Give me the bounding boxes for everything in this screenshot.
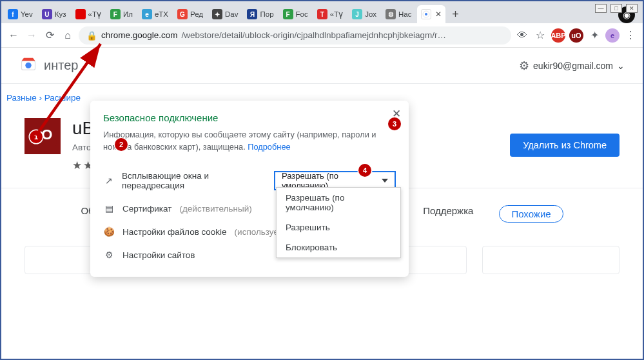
tab[interactable]: ✦Dav [208,5,242,23]
tab[interactable]: ЯПор [243,5,277,23]
extension-ublock-icon[interactable]: uO [569,28,583,43]
window-controls: — □ ✕ [595,4,638,13]
svg-point-1 [425,13,427,15]
favicon-icon: ✦ [212,9,222,19]
new-tab-button[interactable]: + [447,5,465,23]
favicon-icon: f [8,9,18,19]
tab-strip: fYev UКуз «Тү FИл еeTX GРед ✦Dav ЯПор FF… [1,1,643,23]
tab[interactable]: UКуз [38,5,70,23]
row-cert-label: Сертификат [122,204,171,214]
minimize-button[interactable]: — [595,4,607,13]
extensions-puzzle-icon[interactable]: ✦ [587,28,601,43]
tab-label: «Тү [88,10,101,19]
tab-label: eTX [155,10,168,18]
gear-icon: ⚙ [103,250,115,260]
tab-label: Нас [398,10,411,18]
row-popups-label: Всплывающие окна и переадресация [122,171,266,190]
tab[interactable]: ⚙Нас [382,5,415,23]
back-button[interactable]: ← [6,28,21,43]
tab-label: Foc [296,10,308,18]
extension-abp-icon[interactable]: ABP [551,28,565,43]
favicon-icon: J [352,9,362,19]
tab-label: Dav [225,10,238,18]
tab-label: Jox [365,10,376,18]
user-email[interactable]: eukir90@gmail.com [533,61,613,71]
chevron-down-icon[interactable]: ⌄ [617,61,625,71]
row-cookie-label: Настройки файлов cookie [122,227,227,237]
tab[interactable]: еeTX [138,5,172,23]
favicon-icon: F [110,9,121,19]
close-window-button[interactable]: ✕ [626,4,638,13]
url-path: /webstore/detail/ublock-origin/cjpalhdln… [182,30,446,40]
remove-from-chrome-button[interactable]: Удалить из Chrome [510,134,620,157]
tab[interactable]: FИл [106,5,137,23]
favicon-icon: е [142,9,152,19]
tab-label: Yev [21,10,33,18]
dropdown-option[interactable]: Блокировать [277,237,400,257]
gear-icon[interactable]: ⚙ [519,59,529,73]
favicon-icon: F [283,9,293,19]
popup-title: Безопасное подключение [103,112,396,123]
bookmark-star-icon[interactable]: ☆ [533,28,547,43]
popup-description: Информация, которую вы сообщаете этому с… [103,128,396,153]
chrome-icon [421,9,431,19]
tab[interactable]: fYev [4,5,37,23]
chevron-down-icon [382,179,388,183]
tab[interactable]: GРед [173,5,207,23]
incognito-eye-icon[interactable]: 👁 [515,28,529,43]
tab-support[interactable]: Поддержка [423,205,473,223]
learn-more-link[interactable]: Подробнее [248,142,290,152]
cookie-icon: 🍪 [103,226,115,237]
annotation-badge-2: 2 [115,138,128,151]
row-sites-label: Настройки сайтов [122,250,195,260]
tab-label: Куз [55,10,66,18]
favicon-icon: T [317,9,327,19]
tab[interactable]: T«Тү [313,5,347,23]
tab-label: «Тү [330,10,343,19]
certificate-icon: ▤ [103,203,115,214]
user-avatar-small[interactable]: e [605,28,620,43]
favicon-icon: Я [247,9,257,19]
tab[interactable]: JJox [348,5,380,23]
tab-active[interactable]: ✕ [417,5,445,23]
address-bar[interactable]: 🔒 chrome.google.com/webstore/detail/ublo… [79,26,511,45]
tab[interactable]: FFoc [279,5,312,23]
menu-dots-icon[interactable]: ⋮ [623,28,638,43]
external-link-icon: ↗ [103,175,114,186]
dropdown-option[interactable]: Разрешить [277,217,400,237]
tab-label: Пор [260,10,273,18]
favicon-icon [75,9,86,19]
favicon-icon: ⚙ [385,9,396,19]
tab-label: Ред [190,10,203,18]
maximize-button[interactable]: □ [610,4,622,13]
svg-line-5 [36,44,101,135]
tab-related[interactable]: Похожие [499,205,563,223]
permission-dropdown: Разрешать (по умолчанию) Разрешить Блоки… [276,187,401,258]
favicon-icon: U [42,9,52,19]
favicon-icon: G [177,9,188,19]
tab-label: Ил [123,10,133,18]
row-cert-status: (действительный) [179,204,251,214]
annotation-badge-4: 4 [358,164,371,177]
related-card[interactable] [482,246,620,274]
dropdown-option[interactable]: Разрешать (по умолчанию) [277,188,400,217]
tab[interactable]: «Тү [72,5,105,23]
annotation-arrow [24,39,115,142]
tab-close-icon[interactable]: ✕ [435,10,442,19]
annotation-badge-3: 3 [388,117,401,130]
